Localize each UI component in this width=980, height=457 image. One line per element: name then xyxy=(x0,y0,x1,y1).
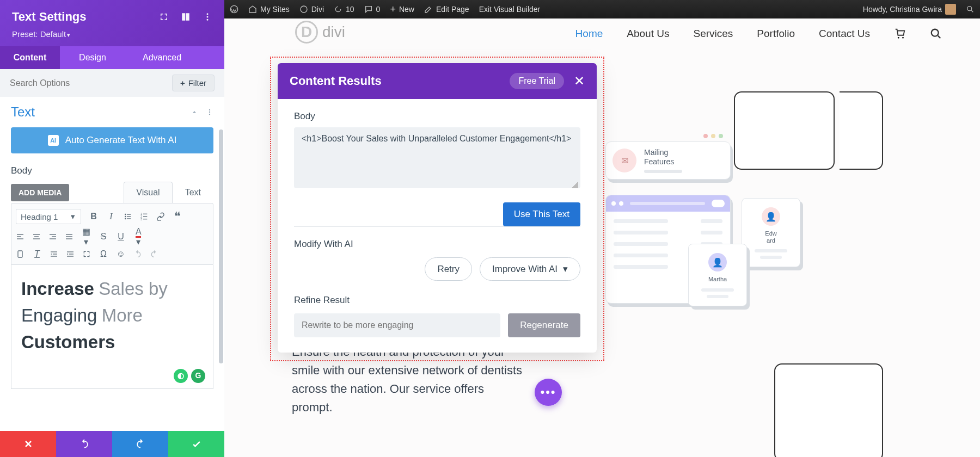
search-icon[interactable] xyxy=(966,5,975,14)
scrollbar[interactable] xyxy=(219,129,223,363)
cancel-button[interactable] xyxy=(0,431,56,457)
grammarly-icon[interactable]: G xyxy=(191,369,205,383)
updates-link[interactable]: 10 xyxy=(334,5,354,14)
underline-icon[interactable]: U xyxy=(116,232,126,242)
svg-point-6 xyxy=(125,214,126,215)
free-trial-button[interactable]: Free Trial xyxy=(510,73,564,89)
ol-icon[interactable]: 123 xyxy=(140,212,149,221)
result-textarea[interactable] xyxy=(294,127,580,188)
tab-content[interactable]: Content xyxy=(0,46,60,69)
regenerate-button[interactable]: Regenerate xyxy=(508,313,580,337)
svg-point-3 xyxy=(209,109,210,110)
align-center-icon[interactable] xyxy=(32,232,41,241)
svg-rect-21 xyxy=(33,234,40,234)
text-editor[interactable]: Increase Sales by Engaging More Customer… xyxy=(11,265,213,389)
refine-input[interactable] xyxy=(294,313,500,337)
comments-link[interactable]: 0 xyxy=(364,5,381,14)
strike-icon[interactable]: S xyxy=(99,232,108,242)
howdy-user[interactable]: Howdy, Christina Gwira xyxy=(863,4,956,15)
omega-icon[interactable]: Ω xyxy=(99,249,108,259)
svg-point-1 xyxy=(207,16,209,18)
device-frame xyxy=(774,363,883,457)
svg-point-38 xyxy=(301,6,307,13)
use-this-text-button[interactable]: Use This Text xyxy=(503,202,580,226)
ul-icon[interactable] xyxy=(124,212,132,221)
tab-design[interactable]: Design xyxy=(60,46,125,69)
nav-search-icon[interactable] xyxy=(930,28,942,40)
textcolor-icon[interactable]: A ▾ xyxy=(133,227,143,247)
quote-icon[interactable]: ❝ xyxy=(173,209,182,224)
save-button[interactable] xyxy=(168,431,224,457)
filter-button[interactable]: +Filter xyxy=(172,75,215,91)
wp-logo-icon[interactable] xyxy=(230,5,238,14)
svg-rect-29 xyxy=(66,238,72,239)
link-icon[interactable] xyxy=(156,212,165,221)
new-link[interactable]: +New xyxy=(390,4,414,15)
improve-button[interactable]: Improve With AI▾ xyxy=(480,257,580,281)
svg-rect-23 xyxy=(33,238,40,239)
svg-rect-13 xyxy=(143,214,147,214)
popup-body-label: Body xyxy=(294,111,580,122)
grammarly-bulb-icon[interactable]: ◐ xyxy=(174,369,188,383)
fullscreen-icon[interactable] xyxy=(82,250,91,258)
bold-icon[interactable]: B xyxy=(89,212,99,221)
outdent-icon[interactable] xyxy=(50,250,58,258)
nav-contact[interactable]: Contact Us xyxy=(819,28,870,40)
redo-icon[interactable] xyxy=(150,250,158,258)
auto-generate-button[interactable]: AI Auto Generate Text With AI xyxy=(11,127,213,153)
builder-fab[interactable]: ••• xyxy=(535,379,562,406)
undo-button[interactable] xyxy=(56,431,112,457)
paste-icon[interactable] xyxy=(16,250,24,258)
user-icon: 👤 xyxy=(762,207,780,226)
my-sites-link[interactable]: My Sites xyxy=(248,5,290,14)
svg-point-10 xyxy=(125,218,126,220)
align-left-icon[interactable] xyxy=(16,232,24,241)
mailing-card: ✉ Mailing Features xyxy=(605,141,731,180)
svg-rect-27 xyxy=(66,234,72,234)
search-row: +Filter xyxy=(0,69,224,97)
chevron-up-icon[interactable] xyxy=(191,108,198,116)
svg-rect-9 xyxy=(127,216,131,217)
preset-selector[interactable]: Preset: Default▾ xyxy=(12,29,212,39)
nav-home[interactable]: Home xyxy=(575,28,603,40)
nav-services[interactable]: Services xyxy=(693,28,733,40)
close-icon[interactable]: ✕ xyxy=(574,73,585,89)
table-icon[interactable]: ▦ ▾ xyxy=(81,226,91,247)
nav-portfolio[interactable]: Portfolio xyxy=(757,28,795,40)
redo-button[interactable] xyxy=(112,431,168,457)
page-canvas: ✉ Mailing Features 👤 Edw ard 👤 M xyxy=(224,49,980,457)
tab-advanced[interactable]: Advanced xyxy=(125,46,224,69)
cart-icon[interactable] xyxy=(894,28,906,40)
expand-icon[interactable] xyxy=(159,12,169,22)
more-vert-icon[interactable] xyxy=(206,108,213,116)
search-input[interactable] xyxy=(10,78,167,88)
site-logo[interactable]: Ddivi xyxy=(295,21,345,44)
svg-rect-36 xyxy=(67,256,74,256)
settings-sidebar: Text Settings Preset: Default▾ Content D… xyxy=(0,0,224,457)
clearformat-icon[interactable]: T xyxy=(32,249,42,259)
emoji-icon[interactable]: ☺ xyxy=(116,249,126,259)
svg-point-41 xyxy=(902,37,904,39)
nav-about[interactable]: About Us xyxy=(627,28,669,40)
add-media-button[interactable]: ADD MEDIA xyxy=(11,184,69,201)
svg-rect-18 xyxy=(17,234,23,234)
action-bar xyxy=(0,431,224,457)
svg-rect-30 xyxy=(18,251,22,257)
retry-button[interactable]: Retry xyxy=(425,257,472,281)
device-frame xyxy=(734,91,835,170)
editor-tab-text[interactable]: Text xyxy=(173,182,213,203)
columns-icon[interactable] xyxy=(181,12,191,22)
divi-link[interactable]: Divi xyxy=(299,5,324,14)
italic-icon[interactable]: I xyxy=(106,212,116,221)
edit-page-link[interactable]: Edit Page xyxy=(424,5,469,14)
align-right-icon[interactable] xyxy=(48,232,57,241)
editor-tab-visual[interactable]: Visual xyxy=(124,182,172,203)
more-icon[interactable] xyxy=(203,12,212,22)
heading-select[interactable]: Heading 1▾ xyxy=(16,209,81,224)
indent-icon[interactable] xyxy=(66,250,75,258)
resize-handle[interactable] xyxy=(572,182,578,188)
exit-builder-link[interactable]: Exit Visual Builder xyxy=(479,5,541,14)
page-body-text: Ensure the health and protection of your… xyxy=(292,343,526,417)
undo-icon[interactable] xyxy=(133,250,142,258)
align-justify-icon[interactable] xyxy=(65,232,74,241)
